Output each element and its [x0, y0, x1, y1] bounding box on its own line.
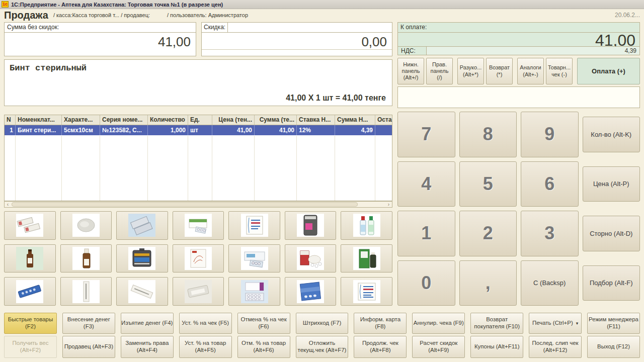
cotton-wool-roll-photo — [72, 214, 100, 237]
product-button[interactable] — [285, 211, 337, 240]
cash-out-button[interactable]: Изъятие денег (F4) — [121, 313, 174, 334]
pay-button[interactable]: Оплата (+) — [577, 58, 640, 84]
receipt-table: N Номенклат... Характе... Серия номе... … — [4, 115, 392, 201]
void-check-button[interactable]: Аннулир. чека (F9) — [412, 313, 465, 334]
kassa-info: / касса:Касса торговой т... / продавец: — [53, 12, 150, 18]
seller-button[interactable]: Продавец (Alt+F3) — [62, 336, 115, 358]
product-button[interactable] — [341, 211, 392, 240]
lidocaine-paper-pack-photo — [353, 280, 380, 303]
pill-bottle-box-photo — [297, 247, 324, 270]
blue-blister-strip-photo — [16, 280, 43, 303]
pos-window: 1с 1С:Предприятие - Аптека для Казахстан… — [0, 0, 644, 362]
page-title: Продажа — [4, 10, 48, 20]
scroll-right-icon[interactable]: › — [385, 202, 392, 207]
barcode-button[interactable]: Штрихкод (F7) — [296, 313, 349, 334]
product-button[interactable] — [173, 277, 224, 306]
bottom-panel-button[interactable]: Нижн. панель (Alt+/) — [397, 58, 424, 84]
product-button[interactable] — [60, 211, 112, 240]
last-slip-button[interactable]: Послед. слип чек (Alt+F12) — [529, 336, 582, 358]
price-button[interactable]: Цена (Alt-P) — [583, 166, 640, 202]
product-button[interactable] — [173, 244, 224, 273]
set-check-discount-button[interactable]: Уст. % на чек (F5) — [179, 313, 232, 334]
wrapped-syringe-photo — [185, 280, 212, 303]
cash-in-button[interactable]: Внесение денег (F3) — [62, 313, 115, 334]
thermometer-pack-photo — [128, 280, 155, 303]
exit-button[interactable]: Выход (F12) — [587, 336, 640, 358]
product-button[interactable] — [341, 244, 392, 273]
cancel-item-discount-button[interactable]: Отм. % на товар (Alt+F6) — [237, 336, 290, 358]
quick-goods-button[interactable]: Быстрые товары (F2) — [4, 313, 57, 334]
customer-return-button[interactable]: Возврат покупателя (F10) — [470, 313, 523, 334]
product-button[interactable] — [173, 211, 224, 240]
continue-check-button[interactable]: Продолж. чек (Alt+F8) — [354, 336, 407, 358]
numpad-3[interactable]: 3 — [521, 211, 579, 256]
unpack-button[interactable]: Разуко... (Alt+*) — [457, 58, 484, 84]
coupons-button[interactable]: Купоны (Alt+F11) — [470, 336, 523, 358]
calc-discounts-button[interactable]: Расчет скидок (Alt+F9) — [412, 336, 465, 358]
set-item-discount-button[interactable]: Уст. % на товар (Alt+F5) — [179, 336, 232, 358]
panel-buttons: Нижн. панель (Alt+/) Прав. панель (/) Ра… — [397, 58, 640, 84]
foil-blister-pair-photo — [128, 214, 155, 237]
numpad-input[interactable] — [397, 86, 640, 108]
product-button[interactable] — [116, 244, 168, 273]
select-goods-button[interactable]: Подбор (Alt-F) — [583, 265, 640, 301]
analogs-button[interactable]: Аналоги (Alt+-) — [517, 58, 544, 84]
function-row-1: Быстрые товары (F2) Внесение денег (F3) … — [4, 313, 640, 334]
numpad-2[interactable]: 2 — [459, 211, 517, 256]
dark-bag-pink-label-photo — [297, 214, 324, 237]
product-button[interactable] — [4, 211, 56, 240]
return-button[interactable]: Возврат (*) — [486, 58, 513, 84]
product-button[interactable] — [60, 277, 112, 306]
discount-extra-field — [202, 49, 392, 56]
product-name: Бинт стерильный — [5, 60, 392, 73]
numpad-4[interactable]: 4 — [397, 161, 455, 207]
numpad-6[interactable]: 6 — [521, 161, 579, 207]
product-button[interactable] — [285, 277, 337, 306]
info-card-button[interactable]: Информ. карта (F8) — [354, 313, 407, 334]
hold-check-button[interactable]: Отложить текущ.чек (Alt+F7) — [296, 336, 349, 358]
change-rights-button[interactable]: Заменить права (Alt+F4) — [121, 336, 174, 358]
product-button[interactable] — [341, 277, 392, 306]
product-button[interactable] — [116, 277, 168, 306]
product-display: Бинт стерильный 41,00 Х 1 шт = 41,00 тен… — [4, 59, 392, 106]
green-tablet-box-photo — [185, 214, 212, 237]
cancel-check-discount-button[interactable]: Отмена % на чек (F6) — [237, 313, 290, 334]
product-button[interactable] — [116, 211, 168, 240]
get-weight-button: Получить вес (Alt+F2) — [4, 336, 57, 358]
product-button[interactable] — [228, 211, 280, 240]
product-button[interactable] — [228, 277, 280, 306]
table-horizontal-scrollbar[interactable]: ‹ › — [4, 201, 392, 208]
backspace-button[interactable]: C (Backsp) — [521, 260, 579, 306]
goods-check-button[interactable]: Товарн... чек (-) — [546, 58, 573, 84]
numpad-comma[interactable]: , — [459, 260, 517, 306]
numpad-8[interactable]: 8 — [459, 112, 517, 157]
1c-logo-icon: 1с — [2, 1, 9, 8]
numpad-1[interactable]: 1 — [397, 211, 455, 256]
page-header: Продажа / касса:Касса торговой т... / пр… — [0, 9, 644, 21]
numpad-0[interactable]: 0 — [397, 260, 455, 306]
print-button[interactable]: Печать (Ctrl+P)▾ — [529, 313, 582, 334]
purple-box-blister-photo — [241, 280, 268, 303]
first-aid-case-photo — [128, 247, 155, 270]
storno-button[interactable]: Сторно (Alt-D) — [583, 216, 640, 251]
right-panel-button[interactable]: Прав. панель (/) — [426, 58, 453, 84]
product-button[interactable] — [285, 244, 337, 273]
numpad-5[interactable]: 5 — [459, 161, 517, 207]
sum-panel: Сумма без скидок: 41,00 — [4, 22, 196, 56]
vat-label: НДС: — [398, 47, 426, 55]
table-row[interactable]: 1 Бинт стери... 5смх10см №123582, С... 1… — [5, 125, 392, 135]
numpad-7[interactable]: 7 — [397, 112, 455, 157]
tablet-box-blister-photo — [241, 247, 268, 270]
product-button[interactable] — [4, 277, 56, 306]
title-bar: 1с 1С:Предприятие - Аптека для Казахстан… — [0, 0, 644, 9]
scrollbar-thumb[interactable] — [12, 202, 358, 207]
product-button[interactable] — [4, 244, 56, 273]
product-button[interactable] — [228, 244, 280, 273]
white-pack-red-print-photo — [185, 247, 212, 270]
manager-mode-button[interactable]: Режим менеджера (F11) — [587, 313, 640, 334]
scroll-left-icon[interactable]: ‹ — [5, 202, 11, 207]
quick-goods-grid — [4, 211, 392, 306]
numpad-9[interactable]: 9 — [521, 112, 579, 157]
product-button[interactable] — [60, 244, 112, 273]
quantity-button[interactable]: Кол-во (Alt-K) — [583, 117, 640, 152]
